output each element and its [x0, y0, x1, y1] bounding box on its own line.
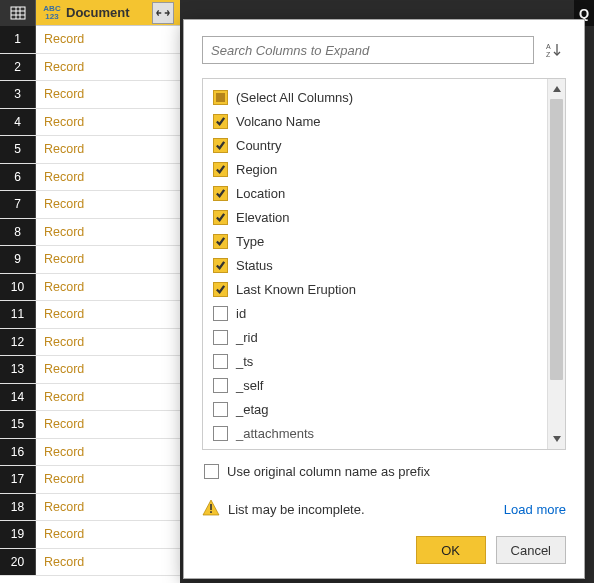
select-all-label: (Select All Columns)	[236, 90, 353, 105]
record-link[interactable]: Record	[36, 307, 180, 321]
record-link[interactable]: Record	[36, 142, 180, 156]
load-more-link[interactable]: Load more	[504, 502, 566, 517]
warning-icon	[202, 499, 220, 520]
svg-text:A: A	[546, 43, 551, 50]
column-label: Country	[236, 138, 282, 153]
svg-marker-9	[553, 436, 561, 442]
expand-column-button[interactable]	[152, 2, 174, 24]
column-checkbox[interactable]	[213, 426, 228, 441]
column-header-document[interactable]: ABC 123 Document	[36, 0, 180, 25]
warning-text: List may be incomplete.	[228, 502, 496, 517]
table-row: 20Record	[0, 549, 180, 577]
row-number: 1	[0, 26, 36, 53]
column-checkbox[interactable]	[213, 354, 228, 369]
row-number: 19	[0, 521, 36, 548]
prefix-label: Use original column name as prefix	[227, 464, 430, 479]
column-checkbox[interactable]	[213, 378, 228, 393]
table-row: 1Record	[0, 26, 180, 54]
column-checkbox[interactable]	[213, 162, 228, 177]
scroll-up-icon[interactable]	[548, 79, 565, 99]
record-link[interactable]: Record	[36, 362, 180, 376]
column-label: _self	[236, 378, 263, 393]
cancel-button[interactable]: Cancel	[496, 536, 566, 564]
row-number: 5	[0, 136, 36, 163]
column-checkbox[interactable]	[213, 306, 228, 321]
column-item[interactable]: _attachments	[213, 421, 547, 445]
column-checkbox[interactable]	[213, 114, 228, 129]
column-checkbox[interactable]	[213, 258, 228, 273]
row-number: 16	[0, 439, 36, 466]
column-label: _rid	[236, 330, 258, 345]
table-row: 3Record	[0, 81, 180, 109]
column-checkbox[interactable]	[213, 138, 228, 153]
table-row: 11Record	[0, 301, 180, 329]
record-link[interactable]: Record	[36, 500, 180, 514]
search-input[interactable]	[202, 36, 534, 64]
record-link[interactable]: Record	[36, 417, 180, 431]
table-row: 16Record	[0, 439, 180, 467]
record-link[interactable]: Record	[36, 527, 180, 541]
record-link[interactable]: Record	[36, 472, 180, 486]
row-number: 17	[0, 466, 36, 493]
select-all-item[interactable]: (Select All Columns)	[213, 85, 547, 109]
record-link[interactable]: Record	[36, 32, 180, 46]
record-link[interactable]: Record	[36, 335, 180, 349]
row-number: 3	[0, 81, 36, 108]
record-link[interactable]: Record	[36, 280, 180, 294]
row-number: 14	[0, 384, 36, 411]
record-link[interactable]: Record	[36, 390, 180, 404]
record-link[interactable]: Record	[36, 555, 180, 569]
select-all-checkbox[interactable]	[213, 90, 228, 105]
column-item[interactable]: Last Known Eruption	[213, 277, 547, 301]
record-link[interactable]: Record	[36, 60, 180, 74]
column-item[interactable]: Status	[213, 253, 547, 277]
column-checkbox[interactable]	[213, 330, 228, 345]
scrollbar[interactable]	[547, 79, 565, 449]
table-row: 7Record	[0, 191, 180, 219]
row-number: 13	[0, 356, 36, 383]
column-label: Location	[236, 186, 285, 201]
table-row: 18Record	[0, 494, 180, 522]
record-link[interactable]: Record	[36, 87, 180, 101]
scroll-thumb[interactable]	[550, 99, 563, 380]
table-row: 17Record	[0, 466, 180, 494]
table-row: 5Record	[0, 136, 180, 164]
column-checkbox[interactable]	[213, 282, 228, 297]
column-item[interactable]: Location	[213, 181, 547, 205]
record-link[interactable]: Record	[36, 225, 180, 239]
column-item[interactable]: Elevation	[213, 205, 547, 229]
record-link[interactable]: Record	[36, 170, 180, 184]
column-label: _etag	[236, 402, 269, 417]
column-checkbox[interactable]	[213, 234, 228, 249]
row-number: 12	[0, 329, 36, 356]
sort-az-button[interactable]: AZ	[542, 36, 566, 64]
column-item[interactable]: Region	[213, 157, 547, 181]
column-checkbox[interactable]	[213, 402, 228, 417]
column-item[interactable]: Country	[213, 133, 547, 157]
ok-button[interactable]: OK	[416, 536, 486, 564]
column-item[interactable]: _ts	[213, 349, 547, 373]
record-link[interactable]: Record	[36, 445, 180, 459]
column-item[interactable]: id	[213, 301, 547, 325]
table-row: 2Record	[0, 54, 180, 82]
record-link[interactable]: Record	[36, 115, 180, 129]
column-checkbox[interactable]	[213, 210, 228, 225]
column-header-label: Document	[66, 5, 130, 20]
column-item[interactable]: Type	[213, 229, 547, 253]
column-item[interactable]: _etag	[213, 397, 547, 421]
data-grid: ABC 123 Document 1Record2Record3Record4R…	[0, 0, 180, 583]
table-row: 8Record	[0, 219, 180, 247]
table-icon[interactable]	[0, 0, 36, 26]
record-link[interactable]: Record	[36, 197, 180, 211]
column-checkbox[interactable]	[213, 186, 228, 201]
column-label: _attachments	[236, 426, 314, 441]
column-item[interactable]: _self	[213, 373, 547, 397]
prefix-checkbox[interactable]	[204, 464, 219, 479]
scroll-down-icon[interactable]	[548, 429, 565, 449]
column-item[interactable]: Volcano Name	[213, 109, 547, 133]
column-label: Elevation	[236, 210, 289, 225]
row-number: 7	[0, 191, 36, 218]
record-link[interactable]: Record	[36, 252, 180, 266]
column-item[interactable]: _rid	[213, 325, 547, 349]
column-label: Volcano Name	[236, 114, 321, 129]
